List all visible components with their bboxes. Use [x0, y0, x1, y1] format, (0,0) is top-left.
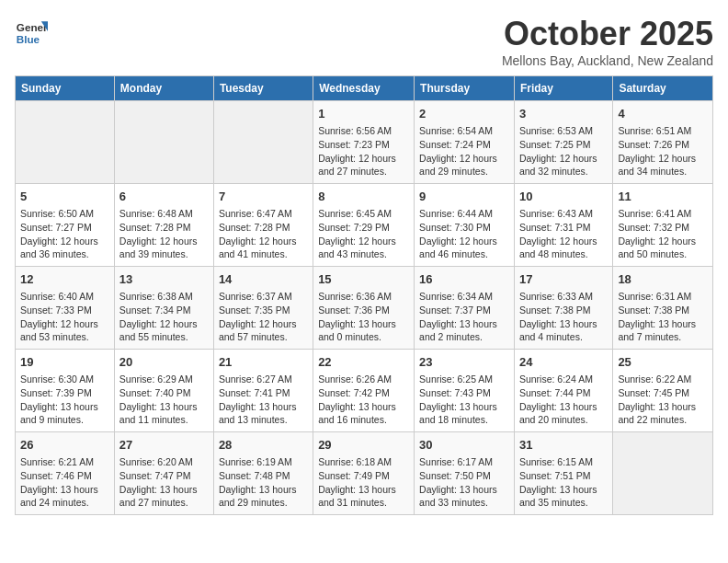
logo-icon: General Blue — [15, 15, 48, 48]
sunset-text: Sunset: 7:40 PM — [119, 387, 191, 398]
daylight-text: Daylight: 13 hours and 9 minutes. — [20, 401, 98, 426]
daylight-text: Daylight: 13 hours and 18 minutes. — [419, 401, 497, 426]
daylight-text: Daylight: 12 hours and 43 minutes. — [318, 236, 396, 260]
sunrise-text: Sunrise: 6:38 AM — [119, 291, 193, 302]
calendar-cell — [16, 101, 115, 184]
sunrise-text: Sunrise: 6:47 AM — [219, 208, 292, 219]
title-block: October 2025 Mellons Bay, Auckland, New … — [502, 15, 713, 68]
day-number: 28 — [219, 437, 308, 454]
page-header: General Blue October 2025 Mellons Bay, A… — [15, 15, 713, 68]
sunrise-text: Sunrise: 6:15 AM — [519, 456, 593, 467]
sunrise-text: Sunrise: 6:41 AM — [618, 208, 691, 219]
sunset-text: Sunset: 7:38 PM — [519, 304, 591, 316]
sunrise-text: Sunrise: 6:36 AM — [318, 291, 392, 302]
calendar-cell: 9Sunrise: 6:44 AMSunset: 7:30 PMDaylight… — [415, 184, 515, 267]
sunset-text: Sunset: 7:49 PM — [318, 470, 390, 481]
sunset-text: Sunset: 7:32 PM — [618, 222, 689, 233]
calendar-cell: 4Sunrise: 6:51 AMSunset: 7:26 PMDaylight… — [613, 101, 713, 184]
day-number: 26 — [20, 437, 109, 454]
daylight-text: Daylight: 12 hours and 27 minutes. — [318, 153, 396, 178]
day-number: 2 — [419, 106, 509, 122]
sunset-text: Sunset: 7:50 PM — [419, 470, 491, 481]
sunrise-text: Sunrise: 6:24 AM — [519, 373, 593, 385]
calendar-cell: 22Sunrise: 6:26 AMSunset: 7:42 PMDayligh… — [313, 350, 415, 432]
sunset-text: Sunset: 7:31 PM — [519, 222, 591, 233]
sunset-text: Sunset: 7:26 PM — [618, 139, 689, 150]
daylight-text: Daylight: 12 hours and 36 minutes. — [20, 236, 98, 260]
weekday-header: Friday — [514, 76, 612, 101]
calendar-cell: 1Sunrise: 6:56 AMSunset: 7:23 PMDaylight… — [313, 101, 415, 184]
weekday-header: Tuesday — [213, 76, 313, 101]
sunset-text: Sunset: 7:47 PM — [119, 470, 191, 481]
calendar-week-row: 26Sunrise: 6:21 AMSunset: 7:46 PMDayligh… — [16, 432, 713, 515]
calendar-cell: 28Sunrise: 6:19 AMSunset: 7:48 PMDayligh… — [213, 432, 313, 515]
sunset-text: Sunset: 7:36 PM — [318, 304, 390, 316]
sunset-text: Sunset: 7:27 PM — [20, 222, 92, 233]
calendar-cell — [613, 432, 713, 515]
sunset-text: Sunset: 7:25 PM — [519, 139, 591, 150]
daylight-text: Daylight: 12 hours and 34 minutes. — [618, 153, 696, 178]
daylight-text: Daylight: 12 hours and 53 minutes. — [20, 318, 98, 343]
calendar-cell — [114, 101, 213, 184]
sunset-text: Sunset: 7:33 PM — [20, 304, 92, 316]
daylight-text: Daylight: 13 hours and 29 minutes. — [219, 484, 297, 509]
sunrise-text: Sunrise: 6:51 AM — [618, 125, 691, 136]
calendar-cell: 3Sunrise: 6:53 AMSunset: 7:25 PMDaylight… — [514, 101, 612, 184]
sunrise-text: Sunrise: 6:20 AM — [119, 456, 193, 467]
daylight-text: Daylight: 13 hours and 33 minutes. — [419, 484, 497, 509]
sunset-text: Sunset: 7:44 PM — [519, 387, 591, 398]
calendar-cell: 23Sunrise: 6:25 AMSunset: 7:43 PMDayligh… — [415, 350, 515, 432]
calendar-cell: 25Sunrise: 6:22 AMSunset: 7:45 PMDayligh… — [613, 350, 713, 432]
logo: General Blue — [15, 15, 48, 48]
calendar-cell: 13Sunrise: 6:38 AMSunset: 7:34 PMDayligh… — [114, 267, 213, 350]
daylight-text: Daylight: 13 hours and 13 minutes. — [219, 401, 297, 426]
sunset-text: Sunset: 7:43 PM — [419, 387, 491, 398]
sunrise-text: Sunrise: 6:27 AM — [219, 373, 292, 385]
sunrise-text: Sunrise: 6:17 AM — [419, 456, 493, 467]
day-number: 29 — [318, 437, 409, 454]
calendar-cell: 2Sunrise: 6:54 AMSunset: 7:24 PMDaylight… — [415, 101, 515, 184]
day-number: 17 — [519, 271, 608, 288]
sunrise-text: Sunrise: 6:48 AM — [119, 208, 193, 219]
daylight-text: Daylight: 12 hours and 29 minutes. — [419, 153, 497, 178]
sunset-text: Sunset: 7:45 PM — [618, 387, 689, 398]
calendar-cell: 24Sunrise: 6:24 AMSunset: 7:44 PMDayligh… — [514, 350, 612, 432]
calendar-cell: 30Sunrise: 6:17 AMSunset: 7:50 PMDayligh… — [415, 432, 515, 515]
sunset-text: Sunset: 7:51 PM — [519, 470, 591, 481]
calendar-cell: 16Sunrise: 6:34 AMSunset: 7:37 PMDayligh… — [415, 267, 515, 350]
day-number: 16 — [419, 271, 509, 288]
calendar-cell: 15Sunrise: 6:36 AMSunset: 7:36 PMDayligh… — [313, 267, 415, 350]
day-number: 12 — [20, 271, 109, 288]
calendar-cell: 12Sunrise: 6:40 AMSunset: 7:33 PMDayligh… — [16, 267, 115, 350]
sunset-text: Sunset: 7:34 PM — [119, 304, 191, 316]
sunrise-text: Sunrise: 6:31 AM — [618, 291, 691, 302]
sunset-text: Sunset: 7:42 PM — [318, 387, 390, 398]
daylight-text: Daylight: 13 hours and 7 minutes. — [618, 318, 696, 343]
sunset-text: Sunset: 7:37 PM — [419, 304, 491, 316]
sunrise-text: Sunrise: 6:30 AM — [20, 373, 94, 385]
daylight-text: Daylight: 12 hours and 41 minutes. — [219, 236, 297, 260]
calendar-cell: 29Sunrise: 6:18 AMSunset: 7:49 PMDayligh… — [313, 432, 415, 515]
daylight-text: Daylight: 13 hours and 24 minutes. — [20, 484, 98, 509]
sunrise-text: Sunrise: 6:34 AM — [419, 291, 493, 302]
calendar-cell: 19Sunrise: 6:30 AMSunset: 7:39 PMDayligh… — [16, 350, 115, 432]
daylight-text: Daylight: 13 hours and 27 minutes. — [119, 484, 198, 509]
day-number: 22 — [318, 354, 409, 371]
sunrise-text: Sunrise: 6:45 AM — [318, 208, 392, 219]
sunset-text: Sunset: 7:39 PM — [20, 387, 92, 398]
weekday-header: Saturday — [613, 76, 713, 101]
calendar-cell: 27Sunrise: 6:20 AMSunset: 7:47 PMDayligh… — [114, 432, 213, 515]
calendar-cell: 7Sunrise: 6:47 AMSunset: 7:28 PMDaylight… — [213, 184, 313, 267]
sunrise-text: Sunrise: 6:22 AM — [618, 373, 691, 385]
daylight-text: Daylight: 12 hours and 55 minutes. — [119, 318, 198, 343]
daylight-text: Daylight: 12 hours and 32 minutes. — [519, 153, 597, 178]
day-number: 4 — [618, 106, 708, 122]
sunrise-text: Sunrise: 6:19 AM — [219, 456, 292, 467]
sunset-text: Sunset: 7:35 PM — [219, 304, 290, 316]
day-number: 19 — [20, 354, 109, 371]
calendar-cell: 21Sunrise: 6:27 AMSunset: 7:41 PMDayligh… — [213, 350, 313, 432]
day-number: 14 — [219, 271, 308, 288]
svg-text:Blue: Blue — [17, 33, 40, 45]
calendar-cell — [213, 101, 313, 184]
sunrise-text: Sunrise: 6:44 AM — [419, 208, 493, 219]
